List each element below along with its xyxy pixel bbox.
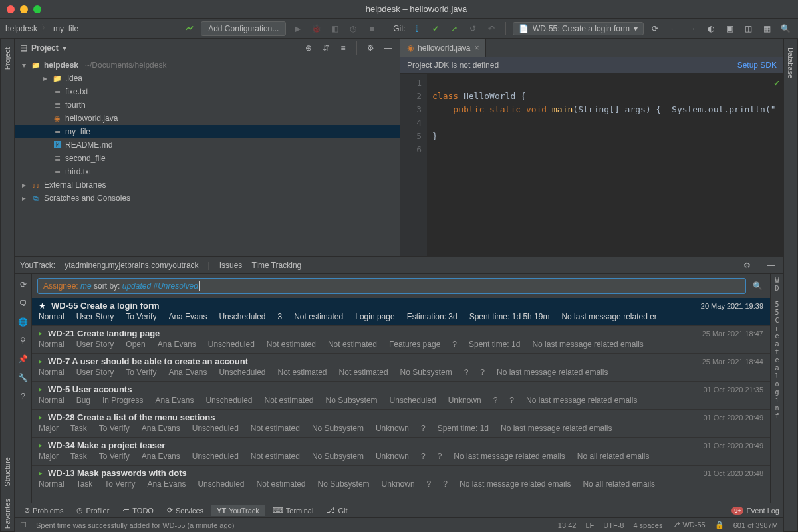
issue-row[interactable]: ▸WD-34 Make a project teaser01 Oct 2020 … [32, 438, 770, 466]
git-history-icon[interactable]: ↺ [466, 21, 480, 36]
tree-scratches[interactable]: ▸ ⧉ Scratches and Consoles [15, 192, 400, 205]
project-header-title[interactable]: Project [31, 43, 59, 53]
youtrack-nav-issues[interactable]: Issues [219, 261, 243, 270]
debug-icon[interactable]: 🐞 [309, 21, 323, 36]
search-everywhere-icon[interactable]: 🔍 [778, 21, 793, 36]
youtrack-search-input[interactable]: Assignee: me sort by: updated #Unresolve… [37, 278, 746, 294]
rail-database[interactable]: Database [787, 45, 795, 81]
ide-icon-4[interactable]: ▦ [759, 21, 774, 36]
help-icon[interactable]: ? [17, 390, 30, 403]
rail-structure[interactable]: Structure [3, 454, 11, 489]
ide-icon-1[interactable]: ◐ [704, 21, 718, 36]
status-memory[interactable]: 601 of 3987M [733, 521, 778, 529]
close-icon[interactable]: × [474, 43, 479, 53]
chevron-down-icon[interactable]: ▾ [63, 43, 66, 53]
tree-item[interactable]: ≣fourth [15, 98, 400, 112]
youtrack-nav-time[interactable]: Time Tracking [251, 261, 301, 270]
editor-body[interactable]: 1 2 3 4 5 6 ✔class HelloWorld { public s… [400, 74, 783, 256]
expand-icon[interactable]: ▸ [39, 413, 43, 422]
event-log-button[interactable]: 9+ Event Log [732, 507, 779, 515]
hammer-icon[interactable] [182, 21, 197, 36]
star-icon[interactable]: ★ [39, 301, 46, 311]
status-branch[interactable]: ⎇ WD-55 [672, 521, 705, 529]
git-update-icon[interactable]: ⭭ [410, 21, 424, 36]
expand-icon[interactable]: ▸ [39, 329, 43, 338]
refresh-icon[interactable]: ⟳ [17, 278, 30, 291]
back-icon[interactable]: ← [666, 21, 681, 36]
window-minimize[interactable] [20, 5, 28, 13]
youtrack-server-link[interactable]: ytadmineng.myjetbrains.com/youtrack [65, 261, 198, 270]
tree-toggle-icon[interactable]: ▸ [41, 74, 49, 83]
tree-external-libraries[interactable]: ▸ ⫾⫾ External Libraries [15, 178, 400, 192]
profile-icon[interactable]: ◷ [346, 21, 360, 36]
wrench-icon[interactable]: 🔧 [17, 371, 30, 384]
expand-icon[interactable]: ▸ [39, 469, 43, 477]
ide-icon-2[interactable]: ▣ [722, 21, 737, 36]
tw-problems[interactable]: ⊘Problems [19, 505, 68, 516]
editor-tab[interactable]: ◉ helloworld.java × [400, 39, 486, 57]
status-indent[interactable]: 4 spaces [633, 521, 662, 529]
locate-icon[interactable]: ⊕ [302, 41, 315, 55]
tw-youtrack[interactable]: YTYouTrack [211, 505, 265, 516]
tree-toggle-icon[interactable]: ▸ [20, 180, 28, 190]
tree-root[interactable]: ▾ 📁 helpdesk ~/Documents/helpdesk [15, 59, 400, 72]
status-caret[interactable]: 13:42 [558, 521, 577, 529]
coverage-icon[interactable]: ◧ [327, 21, 342, 36]
search-icon[interactable]: 🔍 [750, 281, 765, 291]
window-close[interactable] [7, 5, 15, 13]
sync-icon[interactable]: ⟳ [648, 21, 662, 36]
issue-row[interactable]: ▸WD-7 A user should be able to create an… [32, 354, 770, 382]
status-line-sep[interactable]: LF [585, 521, 594, 529]
window-maximize[interactable] [33, 5, 41, 13]
pin-icon[interactable]: 📌 [17, 352, 30, 366]
tree-item[interactable]: ≣second_file [15, 152, 400, 165]
expand-icon[interactable]: ▸ [39, 441, 43, 450]
hide-panel-icon[interactable]: — [763, 258, 778, 273]
setup-sdk-link[interactable]: Setup SDK [737, 61, 777, 70]
add-configuration-button[interactable]: Add Configuration... [201, 21, 286, 36]
inspection-ok-icon[interactable]: ✔ [774, 76, 779, 90]
tree-item[interactable]: ≣my_file [15, 125, 400, 138]
tree-item[interactable]: ◉helloworld.java [15, 112, 400, 125]
git-push-icon[interactable]: ↗ [447, 21, 462, 36]
tree-toggle-icon[interactable]: ▾ [20, 61, 28, 70]
issue-row[interactable]: ▸WD-21 Create landing page25 Mar 2021 18… [32, 326, 770, 354]
tw-terminal[interactable]: ⌨Terminal [267, 505, 319, 516]
tree-item[interactable]: ▸📁.idea [15, 72, 400, 85]
ide-icon-3[interactable]: ◫ [741, 21, 755, 36]
breadcrumb-project[interactable]: helpdesk [5, 24, 37, 33]
expand-all-icon[interactable]: ⇵ [319, 41, 332, 55]
tw-git[interactable]: ⎇Git [321, 505, 352, 516]
issue-row[interactable]: ▸WD-13 Mask passwords with dots01 Oct 20… [32, 466, 770, 493]
hide-panel-icon[interactable]: — [381, 41, 394, 55]
forward-icon[interactable]: → [685, 21, 700, 36]
stop-icon[interactable]: ■ [364, 21, 379, 36]
tree-toggle-icon[interactable]: ▸ [20, 194, 28, 203]
status-encoding[interactable]: UTF-8 [603, 521, 624, 529]
issue-row[interactable]: ▸WD-28 Create a list of the menu section… [32, 410, 770, 438]
filter-icon[interactable]: ⚲ [17, 334, 30, 347]
collapse-all-icon[interactable]: ≡ [336, 41, 350, 55]
issue-row[interactable]: ★WD-55 Create a login form20 May 2021 19… [32, 298, 770, 326]
comment-icon[interactable]: 🗨 [17, 297, 30, 310]
project-tree[interactable]: ▾ 📁 helpdesk ~/Documents/helpdesk ▸📁.ide… [15, 57, 400, 256]
tw-todo[interactable]: ≔TODO [117, 505, 159, 516]
run-icon[interactable]: ▶ [290, 21, 305, 36]
status-icon[interactable]: ☐ [20, 521, 27, 529]
lock-icon[interactable]: 🔒 [715, 521, 724, 529]
tree-item[interactable]: 🅼README.md [15, 138, 400, 152]
gear-icon[interactable]: ⚙ [364, 41, 377, 55]
breadcrumb-file[interactable]: my_file [53, 24, 78, 33]
git-rollback-icon[interactable]: ↶ [484, 21, 499, 36]
tw-services[interactable]: ⟳Services [162, 505, 209, 516]
expand-icon[interactable]: ▸ [39, 357, 43, 366]
task-selector[interactable]: 📄 WD-55: Create a login form ▾ [513, 22, 644, 35]
issue-list[interactable]: ★WD-55 Create a login form20 May 2021 19… [32, 298, 770, 503]
gear-icon[interactable]: ⚙ [739, 258, 754, 273]
rail-project[interactable]: Project [3, 45, 11, 72]
browser-icon[interactable]: 🌐 [17, 315, 30, 329]
tree-item[interactable]: ≣third.txt [15, 165, 400, 178]
tree-item[interactable]: ≣fixe.txt [15, 85, 400, 98]
issue-row[interactable]: ▸WD-5 User accounts01 Oct 2020 21:35Norm… [32, 382, 770, 410]
tw-profiler[interactable]: ◷Profiler [71, 505, 114, 516]
